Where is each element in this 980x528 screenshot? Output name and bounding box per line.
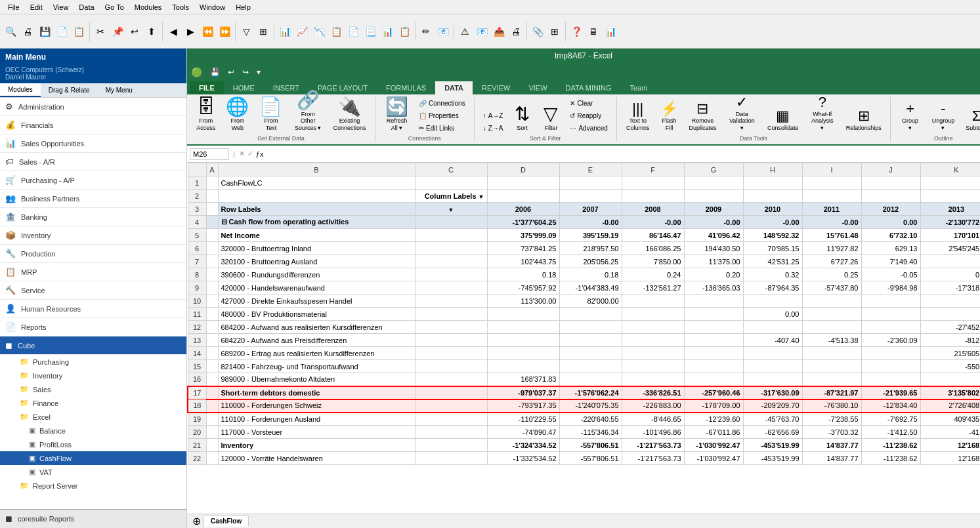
cell[interactable] xyxy=(622,360,684,373)
sidebar-item-cube[interactable]: ◼ Cube xyxy=(0,336,186,355)
properties-button[interactable]: 📋 Properties xyxy=(415,110,469,121)
cell[interactable]: -257'960.46 xyxy=(684,386,743,399)
cell[interactable]: -557'806.51 xyxy=(559,439,622,452)
cell[interactable]: -101'496.86 xyxy=(622,426,684,439)
toolbar-help-icon[interactable]: ❓ xyxy=(568,24,584,39)
cell[interactable] xyxy=(802,294,861,308)
cell[interactable] xyxy=(743,360,802,373)
cell[interactable]: -745'957.92 xyxy=(487,281,559,294)
cell[interactable]: -7'238.55 xyxy=(802,413,861,426)
tree-balance[interactable]: ▣ Balance xyxy=(0,424,186,437)
cell[interactable]: 2'726'408.75 xyxy=(920,399,980,413)
cell[interactable] xyxy=(559,190,622,203)
qat-dropdown[interactable]: ▾ xyxy=(254,66,263,78)
cell[interactable]: 14'837.77 xyxy=(802,439,861,452)
header-col-k[interactable]: K xyxy=(920,163,980,176)
sidebar-item-sales-ar[interactable]: 🏷 Sales - A/R xyxy=(0,153,186,171)
sidebar-item-financials[interactable]: 💰 Financials xyxy=(0,116,186,134)
toolbar-icon5[interactable]: ✂ xyxy=(93,24,108,39)
cell[interactable]: -115'346.34 xyxy=(559,426,622,439)
tab-view[interactable]: VIEW xyxy=(519,81,556,94)
menu-edit[interactable]: Edit xyxy=(25,2,48,12)
cell[interactable] xyxy=(559,176,622,190)
cell[interactable] xyxy=(415,308,487,321)
sidebar-item-administration[interactable]: ⚙ Administration xyxy=(0,98,186,116)
cell[interactable] xyxy=(559,347,622,360)
cell[interactable]: -45'763.70 xyxy=(743,413,802,426)
toolbar-search-icon[interactable]: 🔍 xyxy=(3,24,18,39)
cell[interactable]: 2'545'245.85 xyxy=(920,242,980,255)
insert-function-icon[interactable]: ƒx xyxy=(256,150,264,158)
cell[interactable]: 821400 - Fahrzeug- und Transportaufwand xyxy=(218,360,415,373)
cell[interactable]: -76'380.10 xyxy=(802,399,861,413)
cell[interactable]: -1'332'534.52 xyxy=(487,452,559,465)
cell[interactable] xyxy=(415,399,487,413)
refresh-all-button[interactable]: 🔄 RefreshAll ▾ xyxy=(381,97,413,134)
from-access-button[interactable]: 🗄 FromAccess xyxy=(192,97,219,134)
cell[interactable]: 12'168.25 xyxy=(920,439,980,452)
header-col-e[interactable]: E xyxy=(559,163,622,176)
cell[interactable]: 7'149.40 xyxy=(861,255,920,268)
header-col-i[interactable]: I xyxy=(802,163,861,176)
cell[interactable]: 11'927.82 xyxy=(802,242,861,255)
menu-tools[interactable]: Tools xyxy=(167,2,194,12)
cell[interactable] xyxy=(802,308,861,321)
tree-finance[interactable]: 📁 Finance xyxy=(0,396,186,410)
cell[interactable] xyxy=(206,426,218,439)
cell[interactable] xyxy=(802,176,861,190)
toolbar-icon24[interactable]: 📧 xyxy=(435,24,451,39)
cell[interactable]: 3'135'802.60 xyxy=(920,386,980,399)
header-col-j[interactable]: J xyxy=(861,163,920,176)
cell[interactable]: 11'375.00 xyxy=(684,255,743,268)
cell[interactable] xyxy=(206,255,218,268)
cell[interactable]: -41.80 xyxy=(920,426,980,439)
cell[interactable] xyxy=(206,176,218,190)
cell[interactable]: -110'229.55 xyxy=(487,413,559,426)
cell[interactable]: 215'605.38 xyxy=(920,347,980,360)
cell[interactable]: -7'692.75 xyxy=(861,413,920,426)
toolbar-icon6[interactable]: 📌 xyxy=(110,24,125,39)
sidebar-item-mrp[interactable]: 📋 MRP xyxy=(0,263,186,281)
tab-file[interactable]: FILE xyxy=(190,81,224,94)
cell[interactable]: 2010 xyxy=(743,203,802,216)
cell[interactable] xyxy=(415,452,487,465)
text-to-columns-button[interactable]: ||| Text toColumns xyxy=(622,97,654,134)
cell[interactable] xyxy=(743,190,802,203)
header-col-h[interactable]: H xyxy=(743,163,802,176)
cell[interactable] xyxy=(861,190,920,203)
edit-links-button[interactable]: ✏ Edit Links xyxy=(415,123,469,134)
cell[interactable]: 320100 - Bruttoertrag Ausland xyxy=(218,255,415,268)
sort-button[interactable]: ⇅ Sort xyxy=(509,97,535,134)
cell[interactable] xyxy=(415,268,487,281)
cell[interactable]: 480000 - BV Produktionsmaterial xyxy=(218,308,415,321)
cell[interactable] xyxy=(415,413,487,426)
cell[interactable] xyxy=(415,426,487,439)
tab-my-menu[interactable]: My Menu xyxy=(98,83,140,97)
cell[interactable]: 2006 xyxy=(487,203,559,216)
cell[interactable]: -1'377'604.25 xyxy=(487,216,559,229)
cell[interactable] xyxy=(622,373,684,386)
cell[interactable] xyxy=(684,294,743,308)
cell[interactable]: -0.00 xyxy=(559,216,622,229)
sidebar-item-inventory[interactable]: 📦 Inventory xyxy=(0,226,186,245)
cell[interactable] xyxy=(206,321,218,334)
header-col-b[interactable]: B xyxy=(218,163,415,176)
cell[interactable]: -4'513.38 xyxy=(802,334,861,347)
group-button[interactable]: + Group ▾ xyxy=(896,97,924,134)
toolbar-icon11[interactable]: ⏪ xyxy=(200,24,215,39)
new-sheet-icon[interactable]: ⊕ xyxy=(190,515,203,527)
cell[interactable] xyxy=(487,360,559,373)
cell[interactable]: 6'727.26 xyxy=(802,255,861,268)
cell[interactable] xyxy=(684,308,743,321)
cell[interactable]: 113'300.00 xyxy=(487,294,559,308)
menu-goto[interactable]: Go To xyxy=(100,2,129,12)
cell[interactable]: -1'030'992.47 xyxy=(684,452,743,465)
cell[interactable]: -812.40 xyxy=(920,334,980,347)
cell[interactable] xyxy=(487,321,559,334)
tab-review[interactable]: REVIEW xyxy=(473,81,519,94)
cell[interactable]: -793'917.35 xyxy=(487,399,559,413)
toolbar-icon16[interactable]: 📈 xyxy=(294,24,310,39)
cell[interactable]: -11'238.62 xyxy=(861,439,920,452)
toolbar-icon25[interactable]: ⚠ xyxy=(457,24,473,39)
cell[interactable] xyxy=(743,176,802,190)
